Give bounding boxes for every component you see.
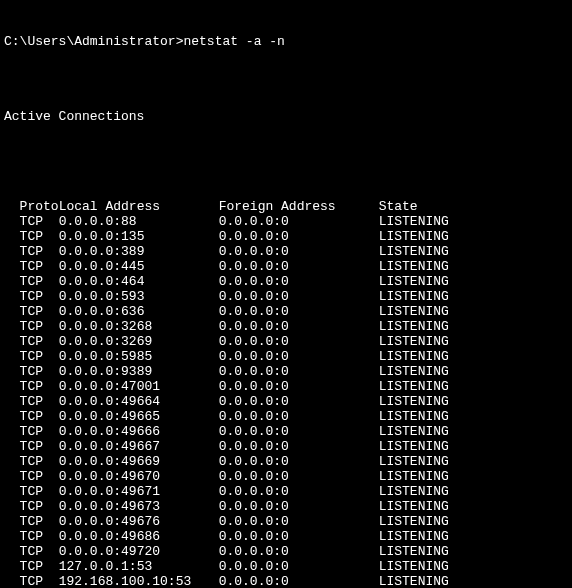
cell-local: 0.0.0.0:88 — [59, 214, 219, 229]
cell-local: 0.0.0.0:3268 — [59, 319, 219, 334]
cell-state: LISTENING — [379, 244, 499, 259]
cell-local: 0.0.0.0:49671 — [59, 484, 219, 499]
cell-foreign: 0.0.0.0:0 — [219, 529, 379, 544]
cell-state: LISTENING — [379, 274, 499, 289]
cell-proto: TCP — [4, 574, 59, 588]
cell-proto: TCP — [4, 439, 59, 454]
cell-proto: TCP — [4, 454, 59, 469]
cell-foreign: 0.0.0.0:0 — [219, 439, 379, 454]
cell-foreign: 0.0.0.0:0 — [219, 559, 379, 574]
table-row: TCP192.168.100.10:530.0.0.0:0LISTENING — [4, 574, 499, 588]
cell-proto: TCP — [4, 559, 59, 574]
cell-proto: TCP — [4, 349, 59, 364]
command-prompt-line: C:\Users\Administrator>netstat -a -n — [0, 34, 572, 49]
table-row: TCP0.0.0.0:496640.0.0.0:0LISTENING — [4, 394, 499, 409]
cell-state: LISTENING — [379, 544, 499, 559]
cell-local: 0.0.0.0:49667 — [59, 439, 219, 454]
cell-foreign: 0.0.0.0:0 — [219, 574, 379, 588]
cell-local: 0.0.0.0:49670 — [59, 469, 219, 484]
cell-state: LISTENING — [379, 334, 499, 349]
cell-foreign: 0.0.0.0:0 — [219, 409, 379, 424]
cell-foreign: 0.0.0.0:0 — [219, 229, 379, 244]
cell-proto: TCP — [4, 274, 59, 289]
header-proto: Proto — [20, 199, 59, 214]
cell-local: 0.0.0.0:464 — [59, 274, 219, 289]
table-row: TCP0.0.0.0:497200.0.0.0:0LISTENING — [4, 544, 499, 559]
table-row: TCP0.0.0.0:496860.0.0.0:0LISTENING — [4, 529, 499, 544]
cell-local: 0.0.0.0:445 — [59, 259, 219, 274]
table-row: TCP0.0.0.0:496670.0.0.0:0LISTENING — [4, 439, 499, 454]
cell-state: LISTENING — [379, 469, 499, 484]
table-header-row: Proto Local Address Foreign Address Stat… — [4, 199, 499, 214]
cell-proto: TCP — [4, 514, 59, 529]
cell-local: 0.0.0.0:9389 — [59, 364, 219, 379]
cell-local: 0.0.0.0:49686 — [59, 529, 219, 544]
cell-local: 0.0.0.0:49669 — [59, 454, 219, 469]
table-row: TCP0.0.0.0:470010.0.0.0:0LISTENING — [4, 379, 499, 394]
cell-state: LISTENING — [379, 574, 499, 588]
cell-foreign: 0.0.0.0:0 — [219, 544, 379, 559]
table-row: TCP127.0.0.1:530.0.0.0:0LISTENING — [4, 559, 499, 574]
connections-table: Proto Local Address Foreign Address Stat… — [4, 199, 499, 588]
cell-local: 0.0.0.0:3269 — [59, 334, 219, 349]
cell-proto: TCP — [4, 229, 59, 244]
cell-proto: TCP — [4, 469, 59, 484]
cell-foreign: 0.0.0.0:0 — [219, 454, 379, 469]
cell-state: LISTENING — [379, 214, 499, 229]
cell-foreign: 0.0.0.0:0 — [219, 499, 379, 514]
cell-proto: TCP — [4, 379, 59, 394]
cell-local: 0.0.0.0:49665 — [59, 409, 219, 424]
cell-state: LISTENING — [379, 319, 499, 334]
cell-proto: TCP — [4, 334, 59, 349]
cell-state: LISTENING — [379, 409, 499, 424]
cell-state: LISTENING — [379, 259, 499, 274]
cell-local: 0.0.0.0:47001 — [59, 379, 219, 394]
cell-local: 0.0.0.0:49673 — [59, 499, 219, 514]
header-local: Local Address — [59, 199, 219, 214]
cell-state: LISTENING — [379, 304, 499, 319]
command-prompt-text: C:\Users\Administrator>netstat -a -n — [4, 34, 285, 49]
table-row: TCP0.0.0.0:496660.0.0.0:0LISTENING — [4, 424, 499, 439]
cell-state: LISTENING — [379, 349, 499, 364]
cell-state: LISTENING — [379, 559, 499, 574]
cell-foreign: 0.0.0.0:0 — [219, 274, 379, 289]
cell-local: 0.0.0.0:49664 — [59, 394, 219, 409]
cell-foreign: 0.0.0.0:0 — [219, 214, 379, 229]
cell-foreign: 0.0.0.0:0 — [219, 319, 379, 334]
cell-proto: TCP — [4, 259, 59, 274]
cell-proto: TCP — [4, 499, 59, 514]
cell-foreign: 0.0.0.0:0 — [219, 334, 379, 349]
cell-state: LISTENING — [379, 484, 499, 499]
cell-foreign: 0.0.0.0:0 — [219, 379, 379, 394]
cell-local: 0.0.0.0:5985 — [59, 349, 219, 364]
header-foreign: Foreign Address — [219, 199, 379, 214]
table-row: TCP0.0.0.0:496730.0.0.0:0LISTENING — [4, 499, 499, 514]
cell-state: LISTENING — [379, 499, 499, 514]
terminal-output: C:\Users\Administrator>netstat -a -n Act… — [0, 0, 572, 588]
table-row: TCP0.0.0.0:1350.0.0.0:0LISTENING — [4, 229, 499, 244]
cell-foreign: 0.0.0.0:0 — [219, 289, 379, 304]
table-row: TCP0.0.0.0:496760.0.0.0:0LISTENING — [4, 514, 499, 529]
table-row: TCP0.0.0.0:32690.0.0.0:0LISTENING — [4, 334, 499, 349]
cell-foreign: 0.0.0.0:0 — [219, 364, 379, 379]
cell-local: 0.0.0.0:593 — [59, 289, 219, 304]
cell-proto: TCP — [4, 394, 59, 409]
cell-proto: TCP — [4, 409, 59, 424]
table-row: TCP0.0.0.0:3890.0.0.0:0LISTENING — [4, 244, 499, 259]
cell-state: LISTENING — [379, 229, 499, 244]
cell-foreign: 0.0.0.0:0 — [219, 484, 379, 499]
cell-state: LISTENING — [379, 394, 499, 409]
cell-proto: TCP — [4, 484, 59, 499]
cell-proto: TCP — [4, 544, 59, 559]
cell-state: LISTENING — [379, 364, 499, 379]
cell-state: LISTENING — [379, 454, 499, 469]
cell-foreign: 0.0.0.0:0 — [219, 259, 379, 274]
cell-local: 0.0.0.0:49666 — [59, 424, 219, 439]
cell-proto: TCP — [4, 214, 59, 229]
cell-foreign: 0.0.0.0:0 — [219, 424, 379, 439]
table-row: TCP0.0.0.0:93890.0.0.0:0LISTENING — [4, 364, 499, 379]
cell-foreign: 0.0.0.0:0 — [219, 394, 379, 409]
section-title: Active Connections — [0, 109, 572, 124]
cell-proto: TCP — [4, 319, 59, 334]
cell-proto: TCP — [4, 364, 59, 379]
